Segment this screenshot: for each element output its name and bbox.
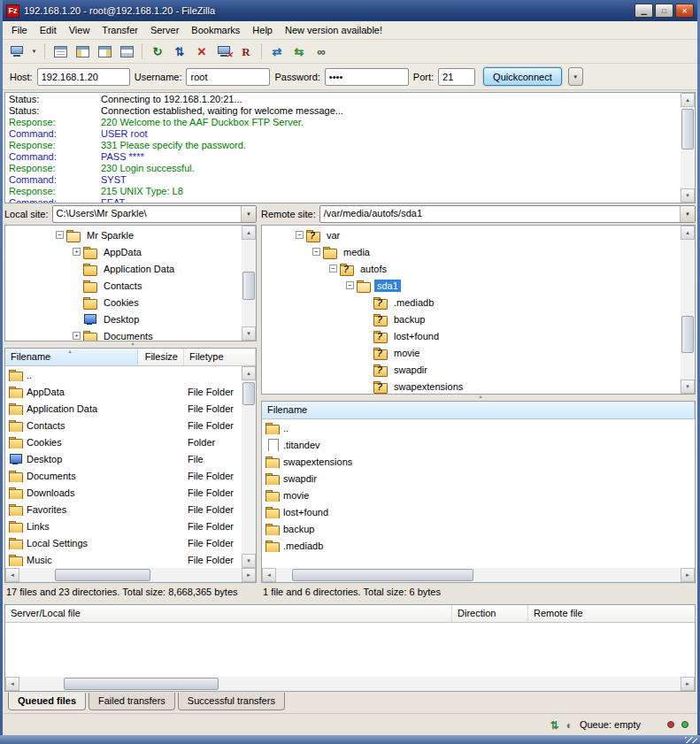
disconnect-button[interactable]	[213, 42, 235, 61]
column-header-filename[interactable]: Filename	[5, 349, 138, 365]
collapse-icon[interactable]	[56, 231, 64, 239]
tab-queued-files[interactable]: Queued files	[8, 693, 86, 710]
toggle-log-button[interactable]	[50, 42, 71, 61]
titlebar[interactable]: 192.168.1.20 - root@192.168.1.20 - FileZ…	[3, 0, 697, 21]
tree-item[interactable]: media	[262, 243, 681, 260]
file-row[interactable]: ..	[262, 419, 695, 436]
scroll-thumb[interactable]	[55, 569, 150, 581]
scroll-up-arrow[interactable]	[242, 226, 256, 240]
tree-item[interactable]: AppData	[5, 243, 242, 260]
password-input[interactable]	[325, 68, 409, 86]
file-row[interactable]: CookiesFolder	[5, 433, 242, 450]
host-input[interactable]	[37, 68, 130, 86]
combo-dropdown-icon[interactable]	[241, 206, 256, 222]
toggle-remote-tree-button[interactable]	[94, 42, 115, 61]
file-row[interactable]: MusicFile Folder	[5, 551, 242, 568]
file-row[interactable]: Application DataFile Folder	[5, 400, 242, 417]
site-manager-dropdown[interactable]	[28, 42, 40, 61]
menu-server[interactable]: Server	[144, 22, 185, 38]
tree-item[interactable]: Desktop	[5, 311, 242, 327]
file-row[interactable]: AppDataFile Folder	[5, 383, 242, 400]
column-header-filesize[interactable]: Filesize	[138, 349, 184, 365]
maximize-button[interactable]	[655, 4, 673, 18]
speed-limit-icon[interactable]	[566, 719, 573, 731]
local-tree-scrollbar[interactable]	[242, 226, 256, 341]
quickconnect-dropdown[interactable]	[568, 67, 583, 86]
tree-item[interactable]: swapdir	[262, 361, 681, 378]
tree-item[interactable]: Documents	[5, 327, 242, 341]
scroll-thumb[interactable]	[64, 678, 219, 690]
menu-transfer[interactable]: Transfer	[96, 22, 144, 38]
local-splitter[interactable]	[4, 341, 257, 348]
scroll-left-arrow[interactable]	[5, 677, 19, 691]
menu-help[interactable]: Help	[246, 22, 279, 38]
queue-hscrollbar[interactable]	[5, 677, 695, 691]
scroll-thumb[interactable]	[681, 316, 694, 353]
minimize-button[interactable]	[635, 4, 653, 18]
scroll-left-arrow[interactable]	[262, 568, 276, 582]
cancel-button[interactable]	[191, 42, 212, 61]
scroll-right-arrow[interactable]	[681, 568, 695, 582]
scroll-down-arrow[interactable]	[242, 554, 256, 568]
transfer-arrows-icon[interactable]	[550, 719, 559, 731]
tree-item[interactable]: .mediadb	[262, 294, 681, 311]
refresh-button[interactable]	[147, 42, 168, 61]
log-scrollbar[interactable]	[681, 93, 695, 203]
column-header-filename[interactable]: Filename	[262, 402, 695, 418]
file-row[interactable]: backup	[262, 520, 695, 537]
tree-item[interactable]: Contacts	[5, 277, 242, 294]
reconnect-button[interactable]	[235, 42, 257, 61]
queue-body[interactable]	[5, 623, 695, 677]
tree-item[interactable]: autofs	[262, 260, 681, 277]
expand-icon[interactable]	[73, 248, 81, 256]
directory-compare-button[interactable]	[266, 42, 288, 61]
collapse-icon[interactable]	[312, 248, 320, 256]
menu-new-version[interactable]: New version available!	[279, 22, 388, 38]
collapse-icon[interactable]	[329, 265, 337, 272]
file-row[interactable]: lost+found	[262, 503, 695, 520]
toggle-local-tree-button[interactable]	[72, 42, 93, 61]
file-row[interactable]: ..	[5, 366, 242, 383]
tree-item[interactable]: Mr Sparkle	[5, 226, 242, 243]
scroll-thumb[interactable]	[242, 382, 255, 405]
tab-failed-transfers[interactable]: Failed transfers	[88, 693, 175, 710]
scroll-down-arrow[interactable]	[681, 188, 695, 203]
scroll-down-arrow[interactable]	[681, 380, 695, 394]
file-row[interactable]: ContactsFile Folder	[5, 417, 242, 433]
file-row[interactable]: movie	[262, 487, 695, 503]
scroll-up-arrow[interactable]	[681, 93, 695, 107]
file-row[interactable]: DocumentsFile Folder	[5, 467, 242, 484]
file-row[interactable]: DownloadsFile Folder	[5, 484, 242, 501]
tree-item[interactable]: movie	[262, 344, 681, 361]
local-list-scrollbar[interactable]	[242, 366, 256, 568]
sync-browsing-button[interactable]	[288, 42, 310, 61]
username-input[interactable]	[186, 68, 270, 86]
remote-splitter[interactable]	[261, 395, 696, 401]
scroll-up-arrow[interactable]	[242, 366, 256, 380]
file-row[interactable]: LinksFile Folder	[5, 518, 242, 534]
file-row[interactable]: swapdir	[262, 470, 695, 487]
tree-item[interactable]: backup	[262, 311, 681, 327]
toggle-queue-button[interactable]	[116, 42, 137, 61]
file-row[interactable]: DesktopFile	[5, 450, 242, 467]
remote-site-combo[interactable]: /var/media/autofs/sda1	[319, 205, 696, 223]
port-input[interactable]	[438, 68, 475, 86]
tab-successful-transfers[interactable]: Successful transfers	[178, 693, 285, 710]
collapse-icon[interactable]	[296, 231, 304, 239]
collapse-icon[interactable]	[346, 281, 354, 289]
scroll-up-arrow[interactable]	[681, 226, 695, 240]
scroll-right-arrow[interactable]	[681, 677, 695, 691]
file-row[interactable]: FavoritesFile Folder	[5, 501, 242, 518]
expand-icon[interactable]	[73, 332, 81, 340]
tree-item[interactable]: var	[262, 226, 681, 243]
column-header-remote-file[interactable]: Remote file	[528, 605, 695, 622]
remote-list-hscrollbar[interactable]	[262, 568, 695, 582]
column-header-server-local-file[interactable]: Server/Local file	[5, 605, 452, 622]
close-button[interactable]	[675, 4, 694, 18]
tree-item[interactable]: sda1	[262, 277, 681, 294]
find-files-button[interactable]	[311, 42, 332, 61]
tree-item[interactable]: Cookies	[5, 294, 242, 311]
menu-bookmarks[interactable]: Bookmarks	[185, 22, 246, 38]
resize-grip[interactable]	[685, 737, 697, 743]
column-header-direction[interactable]: Direction	[452, 605, 528, 622]
